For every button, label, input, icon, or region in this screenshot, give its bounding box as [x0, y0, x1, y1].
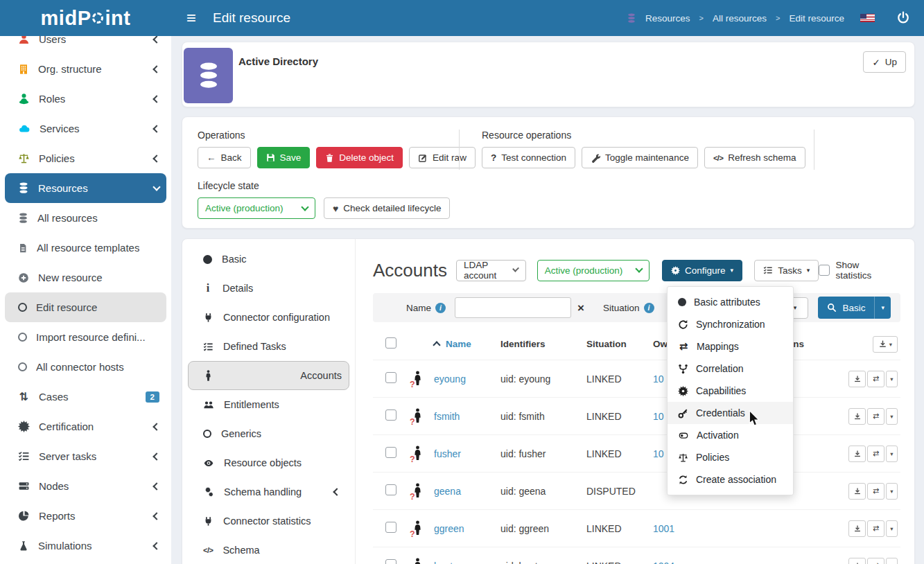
row-exchange-button[interactable]: ⇄: [867, 408, 884, 425]
row-checkbox[interactable]: [385, 484, 396, 495]
row-menu-button[interactable]: ▾: [886, 520, 898, 537]
menu-item-capabilities[interactable]: Capabilities: [668, 380, 793, 402]
row-menu-button[interactable]: ▾: [886, 558, 898, 564]
sidebar-item-simulations[interactable]: Simulations: [5, 531, 166, 561]
sidebar-item-nodes[interactable]: Nodes: [5, 471, 166, 501]
row-menu-button[interactable]: ▾: [886, 483, 898, 500]
breadcrumb-edit-resource[interactable]: Edit resource: [789, 13, 844, 24]
sidebar-item-new-resource[interactable]: New resource: [5, 263, 166, 292]
menu-item-correlation[interactable]: Correlation: [668, 358, 793, 380]
check-detailed-lifecycle-button[interactable]: ♥ Check detailed lifecycle: [324, 197, 450, 219]
sidebar-item-users[interactable]: Users: [5, 36, 166, 54]
tab-accounts[interactable]: Accounts: [188, 361, 349, 390]
account-name-link[interactable]: ggreen: [434, 523, 500, 534]
tab-details[interactable]: iDetails: [188, 274, 349, 303]
menu-item-basic-attributes[interactable]: Basic attributes: [668, 291, 793, 313]
breadcrumb-resources[interactable]: Resources: [645, 13, 690, 24]
configure-button[interactable]: Configure ▾: [662, 260, 742, 281]
menu-item-create-association[interactable]: Create association: [668, 468, 793, 491]
row-checkbox[interactable]: [385, 522, 396, 533]
export-button[interactable]: ▾: [873, 336, 898, 353]
column-header-name[interactable]: Name: [434, 339, 500, 349]
test-connection-button[interactable]: ? Test connection: [482, 147, 575, 168]
tab-connector-statistics[interactable]: Connector statistics: [188, 506, 349, 536]
sidebar-item-resources[interactable]: Resources: [5, 173, 166, 203]
row-checkbox[interactable]: [385, 559, 396, 564]
sidebar-item-roles[interactable]: Roles: [5, 84, 166, 114]
sidebar-item-cases[interactable]: ⇅ Cases 2: [5, 382, 166, 412]
menu-item-mappings[interactable]: ⇄ Mappings: [668, 335, 793, 358]
row-exchange-button[interactable]: ⇄: [867, 483, 884, 500]
row-download-button[interactable]: [848, 483, 866, 500]
sidebar-item-edit-resource[interactable]: Edit resource: [5, 292, 166, 322]
info-icon[interactable]: i: [644, 303, 654, 313]
row-download-button[interactable]: [848, 520, 866, 537]
tab-schema-handling[interactable]: Schema handling: [188, 477, 349, 506]
tasks-button[interactable]: Tasks ▾: [754, 260, 819, 281]
sidebar-item-certification[interactable]: Certification: [5, 412, 166, 441]
hamburger-menu-icon[interactable]: ≡: [186, 10, 196, 26]
lifecycle-select[interactable]: Active (production): [537, 260, 650, 281]
sidebar-item-services[interactable]: Services: [5, 114, 166, 143]
account-name-link[interactable]: hunter: [434, 561, 500, 564]
account-name-link[interactable]: eyoung: [434, 373, 500, 385]
back-button[interactable]: ← Back: [198, 147, 251, 168]
row-exchange-button[interactable]: ⇄: [867, 371, 884, 387]
resource-status-up-button[interactable]: ✓ Up: [863, 51, 906, 73]
tab-basic[interactable]: Basic: [188, 245, 349, 274]
sidebar-item-all-resources[interactable]: All resources: [5, 203, 166, 233]
refresh-schema-button[interactable]: </> Refresh schema: [704, 147, 805, 168]
sidebar-item-reports[interactable]: Reports: [5, 501, 166, 531]
delete-object-button[interactable]: Delete object: [316, 147, 403, 168]
info-icon[interactable]: i: [435, 303, 446, 313]
row-checkbox[interactable]: [385, 447, 396, 458]
account-name-link[interactable]: geena: [434, 486, 500, 497]
sidebar-item-policies[interactable]: Policies: [5, 143, 166, 173]
sidebar-item-all-connector-hosts[interactable]: All connector hosts: [5, 352, 166, 382]
lifecycle-state-select[interactable]: Active (production): [198, 197, 315, 219]
language-flag-icon[interactable]: [860, 14, 875, 22]
select-all-checkbox[interactable]: [385, 337, 396, 349]
tab-defined-tasks[interactable]: Defined Tasks: [188, 332, 349, 361]
row-exchange-button[interactable]: ⇄: [867, 446, 884, 462]
sidebar-item-org-structure[interactable]: Org. structure: [5, 54, 166, 84]
row-checkbox[interactable]: [385, 409, 396, 421]
row-checkbox[interactable]: [385, 372, 396, 383]
menu-item-policies[interactable]: Policies: [668, 446, 793, 468]
clear-search-icon[interactable]: ×: [577, 302, 584, 314]
row-menu-button[interactable]: ▾: [886, 371, 898, 387]
account-owner-link[interactable]: 1001: [653, 523, 717, 534]
tab-entitlements[interactable]: Entitlements: [188, 390, 349, 419]
tab-schema[interactable]: </>Schema: [188, 536, 349, 564]
save-button[interactable]: Save: [257, 147, 311, 168]
show-statistics-checkbox[interactable]: [819, 265, 829, 276]
row-menu-button[interactable]: ▾: [886, 408, 898, 425]
row-exchange-button[interactable]: ⇄: [867, 558, 884, 564]
menu-item-credentials[interactable]: Credentials: [668, 402, 793, 424]
object-class-select[interactable]: LDAP account: [456, 260, 526, 281]
tab-resource-objects[interactable]: Resource objects: [188, 448, 349, 477]
search-name-input[interactable]: [455, 297, 571, 318]
row-exchange-button[interactable]: ⇄: [867, 520, 884, 537]
row-download-button[interactable]: [848, 408, 866, 425]
breadcrumb-all-resources[interactable]: All resources: [713, 13, 767, 24]
caret-down-icon[interactable]: ▾: [874, 297, 891, 319]
row-download-button[interactable]: [848, 371, 866, 387]
show-statistics-toggle[interactable]: Show statistics: [819, 260, 895, 281]
sidebar-item-import-resource-definition[interactable]: Import resource defini...: [5, 322, 166, 352]
sidebar-item-all-resource-templates[interactable]: All resource templates: [5, 233, 166, 263]
midpoint-logo[interactable]: midPint: [0, 7, 171, 30]
search-mode-button[interactable]: Basic ▾: [818, 297, 891, 319]
row-menu-button[interactable]: ▾: [886, 446, 898, 462]
logout-power-icon[interactable]: [896, 11, 910, 25]
row-download-button[interactable]: [848, 446, 866, 462]
account-name-link[interactable]: fsmith: [434, 411, 500, 422]
account-name-link[interactable]: fusher: [434, 448, 500, 459]
sidebar-item-server-tasks[interactable]: Server tasks: [5, 441, 166, 471]
tab-generics[interactable]: Generics: [188, 419, 349, 448]
toggle-maintenance-button[interactable]: Toggle maintenance: [582, 147, 698, 168]
tab-connector-configuration[interactable]: Connector configuration: [188, 303, 349, 332]
row-download-button[interactable]: [848, 558, 866, 564]
menu-item-activation[interactable]: Activation: [668, 424, 793, 446]
account-owner-link[interactable]: 1004: [653, 561, 717, 564]
